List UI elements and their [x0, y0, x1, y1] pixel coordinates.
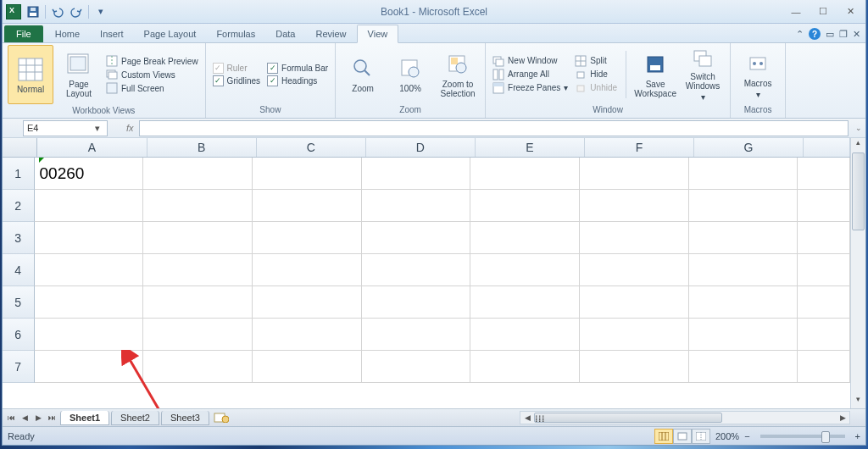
cell[interactable]	[143, 158, 253, 190]
cell[interactable]	[253, 158, 362, 190]
help-icon[interactable]: ?	[809, 28, 821, 40]
arrange-all-button[interactable]: Arrange All	[492, 69, 568, 80]
cell[interactable]	[689, 286, 798, 319]
cell[interactable]	[470, 158, 580, 190]
cell[interactable]	[35, 351, 144, 383]
mdi-close-icon[interactable]: ✕	[853, 29, 860, 40]
column-header[interactable]: C	[257, 138, 366, 157]
scroll-right-icon[interactable]: ▶	[836, 412, 849, 424]
row-header[interactable]: 2	[3, 190, 35, 222]
formula-input[interactable]	[139, 120, 849, 136]
cell[interactable]	[689, 190, 798, 222]
tab-formulas[interactable]: Formulas	[206, 25, 265, 42]
cell[interactable]	[362, 351, 471, 383]
cell[interactable]	[470, 190, 580, 222]
scroll-up-icon[interactable]: ▴	[851, 138, 865, 152]
cell[interactable]	[798, 286, 850, 319]
cell[interactable]	[143, 286, 253, 319]
custom-views-button[interactable]: Custom Views	[106, 69, 198, 80]
zoom-slider-thumb[interactable]	[821, 431, 830, 443]
normal-view-icon[interactable]	[654, 429, 673, 444]
cell[interactable]	[580, 286, 689, 319]
cell[interactable]	[362, 286, 471, 319]
tab-page-layout[interactable]: Page Layout	[134, 25, 207, 42]
cell[interactable]	[798, 190, 850, 222]
cell[interactable]	[798, 254, 850, 286]
page-break-preview-button[interactable]: Page Break Preview	[106, 55, 198, 67]
cell[interactable]	[689, 351, 798, 383]
cell[interactable]	[470, 286, 580, 319]
redo-icon[interactable]	[68, 3, 85, 20]
cell[interactable]	[580, 319, 689, 351]
cell[interactable]	[253, 222, 362, 254]
sheet-nav-last-icon[interactable]: ⏭	[45, 411, 58, 424]
sheet-nav-first-icon[interactable]: ⏮	[4, 411, 18, 424]
new-sheet-icon[interactable]	[213, 412, 230, 424]
cell[interactable]	[253, 190, 362, 222]
cell[interactable]	[580, 190, 689, 222]
cell[interactable]	[253, 351, 362, 383]
cell[interactable]	[580, 254, 689, 286]
column-header[interactable]: A	[37, 138, 147, 157]
mdi-restore-icon[interactable]: ❐	[839, 29, 848, 40]
row-header[interactable]: 4	[3, 254, 35, 286]
gridlines-checkbox[interactable]: ✓Gridlines	[213, 75, 260, 86]
cell[interactable]	[798, 351, 850, 383]
sheet-tab[interactable]: Sheet3	[161, 411, 209, 425]
cell[interactable]	[362, 158, 471, 190]
expand-formula-bar-icon[interactable]: ⌄	[855, 124, 862, 132]
freeze-panes-button[interactable]: Freeze Panes ▾	[492, 82, 568, 94]
column-header[interactable]: B	[147, 138, 257, 157]
cell[interactable]	[253, 254, 362, 286]
horizontal-scrollbar[interactable]: ◀ ⁞⁞⁞ ▶	[520, 411, 850, 424]
cell[interactable]	[580, 351, 689, 383]
full-screen-button[interactable]: Full Screen	[106, 82, 198, 94]
cell[interactable]	[143, 351, 253, 383]
close-button[interactable]: ✕	[838, 4, 862, 19]
name-box[interactable]: E4▾	[23, 120, 108, 136]
zoom-level[interactable]: 200%	[715, 431, 739, 441]
sheet-nav-prev-icon[interactable]: ◀	[18, 411, 31, 424]
page-layout-view-icon[interactable]	[673, 429, 692, 444]
fx-icon[interactable]: fx	[126, 123, 134, 133]
cell[interactable]	[143, 222, 253, 254]
zoom-selection-button[interactable]: Zoom to Selection	[436, 46, 480, 103]
headings-checkbox[interactable]: ✓Headings	[267, 75, 328, 86]
cell-a1[interactable]: 00260	[35, 158, 144, 190]
cell[interactable]	[689, 158, 798, 190]
mdi-minimize-icon[interactable]: ▭	[826, 29, 834, 40]
cell[interactable]	[253, 319, 362, 351]
row-header[interactable]: 7	[3, 351, 35, 383]
qat-customize-icon[interactable]: ▾	[92, 3, 109, 20]
scroll-left-icon[interactable]: ◀	[520, 412, 534, 424]
zoom-in-icon[interactable]: +	[855, 431, 860, 441]
new-window-button[interactable]: New Window	[492, 55, 568, 67]
cell[interactable]	[143, 254, 253, 286]
select-all-corner[interactable]	[3, 138, 37, 157]
zoom-out-icon[interactable]: −	[744, 431, 749, 441]
sheet-nav-next-icon[interactable]: ▶	[31, 411, 45, 424]
page-break-view-icon[interactable]	[692, 429, 710, 444]
cell[interactable]	[362, 222, 471, 254]
cell[interactable]	[798, 158, 850, 190]
row-header[interactable]: 3	[3, 222, 35, 254]
row-header[interactable]: 5	[3, 286, 35, 319]
cell[interactable]	[470, 351, 580, 383]
scroll-thumb[interactable]: ⁞⁞⁞	[534, 413, 722, 423]
cell[interactable]	[689, 222, 798, 254]
cell[interactable]	[470, 222, 580, 254]
tab-insert[interactable]: Insert	[90, 25, 134, 42]
sheet-tab[interactable]: Sheet2	[111, 411, 159, 425]
hide-button[interactable]: Hide	[575, 69, 617, 80]
column-header[interactable]: E	[476, 138, 585, 157]
cell[interactable]	[253, 286, 362, 319]
normal-view-button[interactable]: Normal	[8, 45, 53, 104]
cell[interactable]	[143, 190, 253, 222]
cell[interactable]	[362, 190, 471, 222]
column-header[interactable]: D	[366, 138, 476, 157]
row-header[interactable]: 1	[3, 158, 35, 190]
maximize-button[interactable]: ☐	[811, 4, 835, 19]
cell[interactable]	[35, 286, 144, 319]
column-header[interactable]	[804, 138, 850, 157]
chevron-down-icon[interactable]: ▾	[92, 123, 103, 134]
